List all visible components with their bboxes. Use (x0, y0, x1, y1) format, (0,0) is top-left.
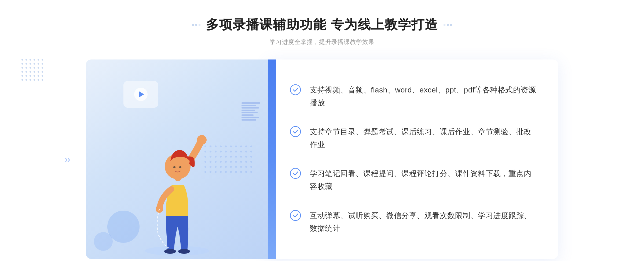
feature-item-4: 互动弹幕、试听购买、微信分享、观看次数限制、学习进度跟踪、数据统计 (290, 201, 537, 243)
svg-point-0 (145, 246, 209, 256)
svg-point-12 (290, 210, 301, 221)
feature-item-3: 学习笔记回看、课程提问、课程评论打分、课件资料下载，重点内容收藏 (290, 159, 537, 201)
svg-point-7 (164, 249, 176, 254)
svg-point-10 (290, 126, 301, 137)
check-icon-1 (290, 84, 301, 95)
deco-circle-2 (94, 232, 113, 251)
svg-point-11 (290, 168, 301, 178)
title-decorator-left (192, 24, 200, 26)
play-triangle (139, 91, 144, 98)
feature-text-1: 支持视频、音频、flash、word、excel、ppt、pdf等各种格式的资源… (310, 84, 537, 109)
subtitle: 学习进度全掌握，提升录播课教学效果 (192, 38, 452, 46)
svg-point-6 (179, 166, 181, 168)
svg-point-8 (178, 249, 190, 254)
features-side: 支持视频、音频、flash、word、excel、ppt、pdf等各种格式的资源… (268, 59, 558, 259)
check-icon-4 (290, 210, 301, 221)
title-decorator-right (444, 24, 452, 26)
deco-lines (241, 102, 260, 121)
play-icon (134, 88, 148, 101)
blue-vertical-bar (268, 59, 276, 259)
header-section: 多项录播课辅助功能 专为线上教学打造 学习进度全掌握，提升录播课教学效果 (192, 16, 452, 46)
feature-item-1: 支持视频、音频、flash、word、excel、ppt、pdf等各种格式的资源… (290, 76, 537, 117)
svg-point-5 (173, 166, 175, 168)
person-illustration (131, 120, 223, 259)
feature-item-2: 支持章节目录、弹题考试、课后练习、课后作业、章节测验、批改作业 (290, 117, 537, 159)
page-wrapper: 多项录播课辅助功能 专为线上教学打造 学习进度全掌握，提升录播课教学效果 » (0, 0, 644, 261)
check-icon-2 (290, 126, 301, 137)
main-title: 多项录播课辅助功能 专为线上教学打造 (206, 16, 438, 33)
check-icon-3 (290, 168, 301, 179)
dot-pattern-left (21, 59, 43, 81)
header-title-row: 多项录播课辅助功能 专为线上教学打造 (192, 16, 452, 33)
illustration-side (86, 59, 268, 259)
svg-point-9 (290, 85, 301, 95)
left-arrow-decoration: » (64, 153, 70, 165)
svg-point-1 (197, 135, 207, 145)
feature-text-4: 互动弹幕、试听购买、微信分享、观看次数限制、学习进度跟踪、数据统计 (310, 209, 537, 235)
chat-bubble (123, 81, 158, 108)
content-area: » (86, 59, 558, 259)
feature-text-3: 学习笔记回看、课程提问、课程评论打分、课件资料下载，重点内容收藏 (310, 167, 537, 193)
feature-text-2: 支持章节目录、弹题考试、课后练习、课后作业、章节测验、批改作业 (310, 125, 537, 151)
